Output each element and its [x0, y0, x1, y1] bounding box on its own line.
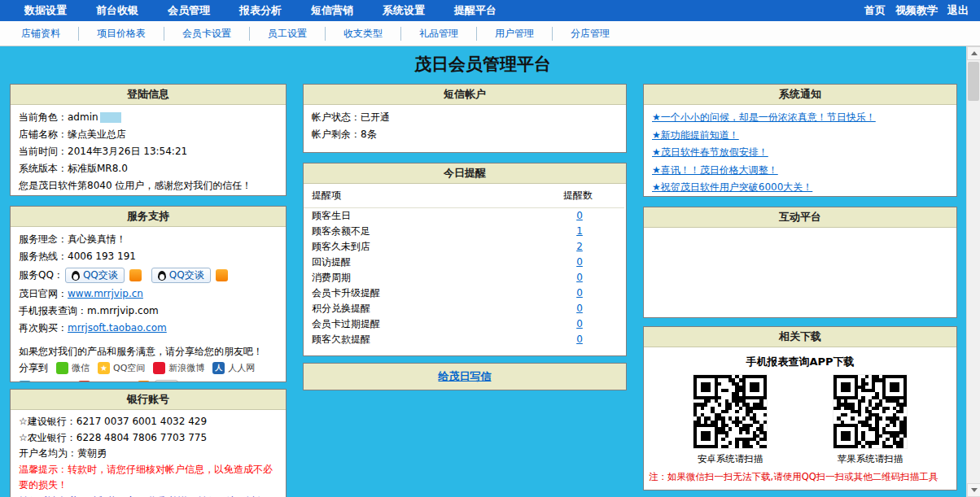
login-info-body: 当前角色：admin 店铺名称：缘点美业总店 当前时间：2014年3月26日 1…: [11, 105, 286, 195]
reminder-count-link[interactable]: 0: [535, 208, 624, 224]
current-role-text: 当前角色：admin: [19, 109, 278, 126]
qq-badge-icon[interactable]: [129, 269, 142, 281]
subnav-item-staff-settings[interactable]: 员工设置: [250, 27, 326, 41]
topnav-item-report-analysis[interactable]: 报表分析: [239, 3, 282, 18]
subnav-item-income-expense-type[interactable]: 收支类型: [326, 27, 401, 41]
download-note-text: 注：如果微信扫一扫无法下载,请使用QQ扫一扫或其他二维码扫描工具: [649, 471, 952, 483]
more-share-icon[interactable]: +: [138, 381, 150, 381]
wechat-icon[interactable]: [56, 362, 68, 374]
downloads-body: 手机报表查询APP下载 安卓系统请扫描 苹果系统请扫描 注：如果微信扫一扫无法下…: [644, 347, 956, 490]
interactive-platform-panel: 互动平台: [643, 207, 957, 318]
reminder-count-link[interactable]: 0: [535, 301, 624, 316]
reminder-row-long-absent: 顾客久未到店2: [304, 239, 624, 255]
system-version-text: 系统版本：标准版MR8.0: [19, 160, 278, 177]
reminder-row-consume-cycle: 消费周期0: [304, 270, 624, 286]
share-sina-label[interactable]: 新浪微博: [168, 360, 204, 376]
topnav-item-front-cashier[interactable]: 前台收银: [96, 3, 138, 18]
reminder-label: 会员卡过期提醒: [312, 316, 535, 332]
share-renren-label[interactable]: 人人网: [228, 360, 255, 376]
top-menu-right: 首页 视频教学 退出: [864, 3, 969, 18]
qq-chat-button-2[interactable]: QQ交谈: [151, 268, 211, 283]
topnav-video-tutorial-link[interactable]: 视频教学: [895, 3, 938, 18]
topnav-item-data-settings[interactable]: 数据设置: [24, 3, 67, 18]
qq-chat-label: QQ交谈: [83, 269, 118, 281]
bank-account-body: ☆建设银行：6217 0037 6001 4032 429 ☆农业银行：6228…: [11, 410, 286, 497]
share-qzone-label[interactable]: QQ空间: [113, 360, 145, 376]
subnav-item-branch-mgmt[interactable]: 分店管理: [553, 27, 628, 41]
topnav-item-sms-marketing[interactable]: 短信营销: [311, 3, 353, 18]
subnav-item-price-list[interactable]: 项目价格表: [79, 27, 164, 41]
renren-icon[interactable]: 人: [212, 362, 225, 374]
official-site-row: 茂日官网：www.mrrjvip.cn: [19, 286, 278, 303]
reminder-label: 顾客生日: [312, 208, 535, 224]
reminder-row-birthday: 顾客生日0: [304, 208, 624, 224]
qq-chat-label: QQ交谈: [169, 269, 204, 281]
right-column: 系统通知 ★一个小小的问候，却是一份浓浓真意！节日快乐！ ★新功能提前知道！ ★…: [643, 84, 957, 497]
netease-weibo-icon[interactable]: [78, 381, 90, 381]
scrollbar-thumb[interactable]: [968, 62, 979, 101]
service-hotline-text: 服务热线：4006 193 191: [19, 248, 278, 265]
topnav-logout-link[interactable]: 退出: [947, 3, 969, 18]
reminder-count-link[interactable]: 2: [535, 239, 624, 255]
current-time-text: 当前时间：2014年3月26日 13:54:21: [19, 143, 278, 160]
top-navigation: 数据设置 前台收银 会员管理 报表分析 短信营销 系统设置 提醒平台 首页 视频…: [0, 0, 980, 21]
subnav-item-membercard-settings[interactable]: 会员卡设置: [164, 27, 250, 41]
scrollbar-down-arrow[interactable]: [967, 483, 980, 497]
service-support-title: 服务支持: [11, 207, 286, 227]
reminder-label: 消费周期: [312, 270, 535, 286]
subnav-item-user-mgmt[interactable]: 用户管理: [477, 27, 553, 41]
write-letter-link[interactable]: 给茂日写信: [439, 369, 492, 384]
qq-penguin-icon: [158, 271, 166, 281]
share-tip-text: 如果您对我们的产品和服务满意，请分享给您的朋友吧！: [19, 343, 278, 360]
scrollbar-up-arrow[interactable]: [967, 46, 980, 60]
rebuy-link[interactable]: mrrjsoft.taobao.com: [68, 322, 167, 334]
qq-badge-icon[interactable]: [216, 269, 228, 281]
share-to-label: 分享到: [19, 360, 48, 376]
sina-weibo-icon[interactable]: [153, 362, 165, 374]
rebuy-label: 再次购买：: [19, 322, 68, 334]
vertical-scrollbar[interactable]: [966, 46, 980, 497]
tencent-weibo-icon[interactable]: [19, 381, 31, 381]
share-wechat-label[interactable]: 微信: [72, 360, 90, 376]
reminder-label: 积分兑换提醒: [312, 301, 535, 316]
notice-link[interactable]: ★喜讯！！茂日价格大调整！: [652, 162, 948, 180]
notice-link[interactable]: ★祝贺茂日软件用户突破6000大关！: [652, 179, 948, 196]
bank-line-agriculture: ☆农业银行：6228 4804 7806 7703 775: [19, 430, 278, 447]
qzone-icon[interactable]: ★: [98, 362, 110, 374]
reminder-label: 顾客欠款提醒: [312, 332, 535, 347]
notice-link[interactable]: ★新功能提前知道！: [652, 127, 948, 145]
share-tweibo-label[interactable]: 腾讯微博: [34, 379, 70, 381]
topnav-home-link[interactable]: 首页: [864, 3, 886, 18]
qr-android-caption: 安卓系统请扫描: [698, 451, 763, 468]
subnav-item-gift-mgmt[interactable]: 礼品管理: [401, 27, 477, 41]
reminder-count-link[interactable]: 0: [535, 255, 624, 270]
topnav-item-reminder-platform[interactable]: 提醒平台: [454, 3, 497, 18]
topnav-item-member-mgmt[interactable]: 会员管理: [168, 3, 210, 18]
reminder-row-points-exchange: 积分兑换提醒0: [304, 301, 624, 316]
qq-chat-button-1[interactable]: QQ交谈: [65, 268, 125, 283]
sms-account-title: 短信帐户: [304, 85, 626, 105]
reminder-count-link[interactable]: 0: [535, 286, 624, 301]
reminder-count-link[interactable]: 0: [535, 332, 624, 347]
reminder-row-card-expire: 会员卡过期提醒0: [304, 316, 624, 332]
subnav-item-shop-info[interactable]: 店铺资料: [3, 27, 79, 41]
reminder-count-link[interactable]: 0: [535, 316, 624, 332]
official-site-link[interactable]: www.mrrjvip.cn: [68, 288, 143, 299]
bank-warning-red: 温馨提示：转款时，请您仔细核对帐户信息，以免造成不必要的损失！: [19, 462, 278, 494]
up-arrow-icon: [971, 51, 978, 55]
reminder-count-link[interactable]: 1: [535, 224, 624, 239]
qq-penguin-icon: [72, 271, 80, 281]
store-name-text: 店铺名称：缘点美业总店: [19, 126, 278, 143]
bank-account-title: 银行账号: [11, 390, 286, 410]
reminder-count-link[interactable]: 0: [535, 270, 624, 286]
downloads-title: 相关下载: [644, 327, 956, 347]
notice-link[interactable]: ★一个小小的问候，却是一份浓浓真意！节日快乐！: [652, 109, 948, 127]
sms-account-body: 帐户状态：已开通 帐户剩余：8条: [304, 105, 626, 152]
reminder-label: 回访提醒: [312, 255, 535, 270]
notice-link[interactable]: ★茂日软件春节放假安排！: [652, 144, 948, 162]
login-info-panel: 登陆信息 当前角色：admin 店铺名称：缘点美业总店 当前时间：2014年3月…: [10, 84, 287, 196]
reminder-label: 会员卡升级提醒: [312, 286, 535, 301]
topnav-item-system-settings[interactable]: 系统设置: [383, 3, 425, 18]
share-netease-label[interactable]: 网易微博: [94, 379, 129, 381]
reminder-item-col-header: 提醒项: [312, 189, 533, 203]
